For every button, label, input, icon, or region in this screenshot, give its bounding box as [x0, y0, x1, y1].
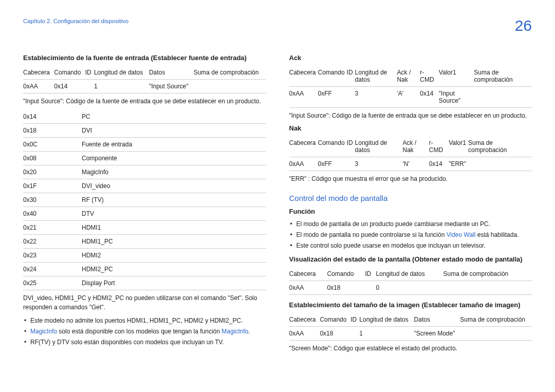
- th: Suma de comprobación: [460, 313, 532, 327]
- content-columns: Establecimiento de la fuente de entrada …: [23, 54, 532, 357]
- th: Suma de comprobación: [468, 136, 532, 157]
- th: Suma de comprobación: [443, 267, 532, 281]
- td: 0x18: [320, 326, 350, 340]
- input-source-note: "Input Source": Código de la fuente de e…: [23, 97, 266, 106]
- td: [350, 326, 359, 340]
- td: 0x20: [23, 165, 82, 179]
- ack-note: "Input Source": Código de la fuente de e…: [289, 111, 532, 120]
- table-row: 0x20MagicInfo: [23, 165, 266, 179]
- text: El modo de pantalla no puede controlarse…: [297, 231, 447, 238]
- th: ID: [85, 66, 94, 80]
- text: solo está disponible con los modelos que…: [57, 328, 221, 335]
- td: [460, 326, 532, 340]
- screen-mode-control-heading: Control del modo de pantalla: [289, 194, 532, 202]
- td: 0x23: [23, 249, 82, 263]
- magicinfo-link: MagicInfo: [30, 328, 57, 335]
- td: Componente: [82, 152, 266, 165]
- th: r-CMD: [420, 66, 439, 87]
- td: "Input Source": [439, 87, 474, 108]
- td: 0xAA: [289, 326, 320, 340]
- th: ID: [350, 313, 359, 327]
- td: HDMI2: [82, 249, 266, 263]
- td: 0xAA: [289, 281, 327, 294]
- left-column: Establecimiento de la fuente de entrada …: [23, 54, 266, 357]
- bullet-item: El modo de pantalla no puede controlarse…: [289, 230, 532, 240]
- td: [85, 80, 94, 94]
- td: [443, 281, 532, 294]
- th: Cabecera: [289, 267, 327, 281]
- td: 1: [359, 326, 414, 340]
- input-source-codes-table: 0x14PC0x18DVI0x0CFuente de entrada0x08Co…: [23, 110, 266, 290]
- th: Cabecera: [289, 66, 318, 87]
- th: Valor1: [439, 66, 474, 87]
- th: Ack / Nak: [397, 66, 420, 87]
- td: 0x0C: [23, 138, 82, 152]
- vis-title: Visualización del estado de la pantalla …: [289, 255, 532, 263]
- table-row: 0xAA 0x18 1 "Screen Mode": [289, 326, 532, 340]
- th: Comando: [318, 66, 347, 87]
- table-header-row: Cabecera Comando ID Longitud de datos Da…: [289, 313, 532, 327]
- td: [347, 87, 355, 108]
- est-title: Establecimiento del tamaño de la imagen …: [289, 301, 532, 309]
- th: Longitud de datos: [359, 313, 414, 327]
- table-row: 0x22HDMI1_PC: [23, 235, 266, 249]
- th: Cabecera: [289, 313, 320, 327]
- td: 0x18: [23, 124, 82, 138]
- td: [347, 157, 355, 171]
- input-source-set-title: Establecimiento de la fuente de entrada …: [23, 54, 266, 62]
- td: 0: [376, 281, 443, 294]
- td: 1: [94, 80, 149, 94]
- th: Suma de comprobación: [474, 66, 532, 87]
- table-row: 0xAA 0x14 1 "Input Source": [23, 80, 266, 94]
- table-row: 0x25Display Port: [23, 276, 266, 290]
- td: 0x25: [23, 276, 82, 290]
- bullet-item: Este modelo no admite los puertos HDMI1,…: [23, 316, 266, 326]
- td: 0x14: [420, 87, 439, 108]
- magicinfo-link: MagicInfo: [221, 328, 248, 335]
- input-source-set-table: Cabecera Comando ID Longitud de datos Da…: [23, 66, 266, 94]
- funcion-label: Función: [289, 208, 532, 215]
- funcion-bullets: El modo de pantalla de un producto puede…: [289, 219, 532, 251]
- td: Fuente de entrada: [82, 138, 266, 152]
- th: Datos: [414, 313, 460, 327]
- th: ID: [347, 66, 355, 87]
- td: DVI_video: [82, 179, 266, 193]
- td: DTV: [82, 207, 266, 221]
- bullet-item: El modo de pantalla de un producto puede…: [289, 219, 532, 229]
- th: Longitud de datos: [355, 136, 403, 157]
- th: Longitud de datos: [355, 66, 397, 87]
- td: 0xFF: [318, 87, 347, 108]
- td: 0xAA: [289, 157, 318, 171]
- td: Display Port: [82, 276, 266, 290]
- td: RF (TV): [82, 193, 266, 207]
- td: PC: [82, 110, 266, 124]
- td: [468, 157, 532, 171]
- nak-title: Nak: [289, 124, 532, 132]
- td: 0xAA: [289, 87, 318, 108]
- td: 0x1F: [23, 179, 82, 193]
- ack-table: Cabecera Comando ID Longitud de datos Ac…: [289, 66, 532, 108]
- th: Longitud de datos: [376, 267, 443, 281]
- est-table: Cabecera Comando ID Longitud de datos Da…: [289, 313, 532, 341]
- table-row: 0x1FDVI_video: [23, 179, 266, 193]
- bullet-item: Este control solo puede usarse en modelo…: [289, 241, 532, 251]
- th: Valor1: [449, 136, 468, 157]
- text: .: [248, 328, 250, 335]
- th: Comando: [320, 313, 350, 327]
- td: 0x08: [23, 152, 82, 165]
- td: [474, 87, 532, 108]
- th: Ack / Nak: [402, 136, 429, 157]
- td: [365, 281, 376, 294]
- td: 0x22: [23, 235, 82, 249]
- ack-title: Ack: [289, 54, 532, 62]
- chapter-label: Capítulo 2. Configuración del dispositiv…: [23, 18, 128, 24]
- video-wall-link: Video Wall: [447, 231, 476, 238]
- th: ID: [365, 267, 376, 281]
- td: 3: [355, 157, 403, 171]
- bullet-item: RF(TV) y DTV solo están disponibles con …: [23, 338, 266, 347]
- td: 0x40: [23, 207, 82, 221]
- table-header-row: Cabecera Comando ID Longitud de datos Ac…: [289, 66, 532, 87]
- th: Comando: [318, 136, 347, 157]
- td: 'N': [402, 157, 429, 171]
- th: Datos: [149, 66, 194, 80]
